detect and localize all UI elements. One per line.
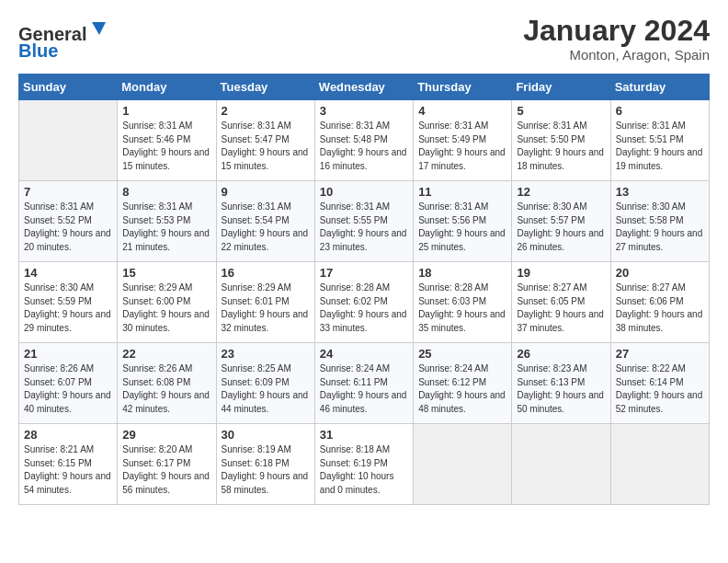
day-info: Sunrise: 8:31 AMSunset: 5:46 PMDaylight:… <box>122 120 210 173</box>
day-number: 22 <box>122 347 210 361</box>
logo-text: General Blue <box>18 15 138 64</box>
day-number: 8 <box>122 185 210 199</box>
calendar-cell: 6Sunrise: 8:31 AMSunset: 5:51 PMDaylight… <box>610 100 709 181</box>
day-number: 17 <box>320 266 408 280</box>
day-info: Sunrise: 8:22 AMSunset: 6:14 PMDaylight:… <box>616 362 704 416</box>
day-info: Sunrise: 8:27 AMSunset: 6:06 PMDaylight:… <box>616 282 704 335</box>
day-info: Sunrise: 8:24 AMSunset: 6:11 PMDaylight:… <box>320 362 408 416</box>
calendar-week-row: 7Sunrise: 8:31 AMSunset: 5:52 PMDaylight… <box>19 181 710 262</box>
calendar-cell: 21Sunrise: 8:26 AMSunset: 6:07 PMDayligh… <box>19 343 118 424</box>
day-number: 18 <box>418 266 506 280</box>
day-info: Sunrise: 8:31 AMSunset: 5:54 PMDaylight:… <box>222 201 310 254</box>
logo: General Blue <box>18 15 138 64</box>
day-number: 23 <box>222 347 310 361</box>
day-number: 15 <box>122 266 210 280</box>
calendar-week-row: 1Sunrise: 8:31 AMSunset: 5:46 PMDaylight… <box>19 100 710 181</box>
calendar-cell: 13Sunrise: 8:30 AMSunset: 5:58 PMDayligh… <box>610 181 709 262</box>
calendar-cell: 1Sunrise: 8:31 AMSunset: 5:46 PMDaylight… <box>118 100 216 181</box>
day-number: 4 <box>418 104 506 118</box>
day-info: Sunrise: 8:30 AMSunset: 5:58 PMDaylight:… <box>616 201 704 254</box>
day-number: 12 <box>517 185 605 199</box>
day-info: Sunrise: 8:21 AMSunset: 6:15 PMDaylight:… <box>24 443 112 497</box>
day-number: 9 <box>222 185 310 199</box>
calendar-week-row: 21Sunrise: 8:26 AMSunset: 6:07 PMDayligh… <box>19 343 710 424</box>
day-info: Sunrise: 8:28 AMSunset: 6:02 PMDaylight:… <box>320 282 408 335</box>
calendar-cell: 23Sunrise: 8:25 AMSunset: 6:09 PMDayligh… <box>216 343 314 424</box>
calendar-subtitle: Monton, Aragon, Spain <box>523 47 710 63</box>
calendar-cell: 29Sunrise: 8:20 AMSunset: 6:17 PMDayligh… <box>118 424 216 505</box>
calendar-cell: 14Sunrise: 8:30 AMSunset: 5:59 PMDayligh… <box>19 262 118 343</box>
day-info: Sunrise: 8:23 AMSunset: 6:13 PMDaylight:… <box>517 362 605 416</box>
day-number: 28 <box>24 428 112 442</box>
calendar-cell: 16Sunrise: 8:29 AMSunset: 6:01 PMDayligh… <box>216 262 314 343</box>
calendar-cell: 27Sunrise: 8:22 AMSunset: 6:14 PMDayligh… <box>610 343 709 424</box>
calendar-cell: 5Sunrise: 8:31 AMSunset: 5:50 PMDaylight… <box>512 100 610 181</box>
calendar-cell: 20Sunrise: 8:27 AMSunset: 6:06 PMDayligh… <box>610 262 709 343</box>
svg-text:Blue: Blue <box>18 40 58 61</box>
day-info: Sunrise: 8:31 AMSunset: 5:49 PMDaylight:… <box>418 120 506 173</box>
day-number: 1 <box>122 104 210 118</box>
weekday-header-friday: Friday <box>512 75 610 100</box>
calendar-table: SundayMondayTuesdayWednesdayThursdayFrid… <box>18 74 710 505</box>
calendar-cell: 7Sunrise: 8:31 AMSunset: 5:52 PMDaylight… <box>19 181 118 262</box>
day-number: 5 <box>517 104 605 118</box>
day-info: Sunrise: 8:31 AMSunset: 5:47 PMDaylight:… <box>222 120 310 173</box>
day-number: 21 <box>24 347 112 361</box>
day-number: 6 <box>616 104 704 118</box>
day-info: Sunrise: 8:26 AMSunset: 6:08 PMDaylight:… <box>122 362 210 416</box>
weekday-header-wednesday: Wednesday <box>314 75 413 100</box>
weekday-header-thursday: Thursday <box>414 75 512 100</box>
day-info: Sunrise: 8:18 AMSunset: 6:19 PMDaylight:… <box>320 443 408 497</box>
calendar-cell: 19Sunrise: 8:27 AMSunset: 6:05 PMDayligh… <box>512 262 610 343</box>
calendar-cell <box>19 100 118 181</box>
day-number: 14 <box>24 266 112 280</box>
calendar-cell <box>512 424 610 505</box>
day-info: Sunrise: 8:28 AMSunset: 6:03 PMDaylight:… <box>418 282 506 335</box>
calendar-cell: 31Sunrise: 8:18 AMSunset: 6:19 PMDayligh… <box>314 424 413 505</box>
calendar-cell: 8Sunrise: 8:31 AMSunset: 5:53 PMDaylight… <box>118 181 216 262</box>
day-number: 10 <box>320 185 408 199</box>
weekday-header-tuesday: Tuesday <box>216 75 314 100</box>
day-info: Sunrise: 8:31 AMSunset: 5:55 PMDaylight:… <box>320 201 408 254</box>
calendar-cell: 18Sunrise: 8:28 AMSunset: 6:03 PMDayligh… <box>414 262 512 343</box>
calendar-cell: 17Sunrise: 8:28 AMSunset: 6:02 PMDayligh… <box>314 262 413 343</box>
day-number: 29 <box>122 428 210 442</box>
day-info: Sunrise: 8:20 AMSunset: 6:17 PMDaylight:… <box>122 443 210 497</box>
day-info: Sunrise: 8:29 AMSunset: 6:00 PMDaylight:… <box>122 282 210 335</box>
day-info: Sunrise: 8:31 AMSunset: 5:48 PMDaylight:… <box>320 120 408 173</box>
day-number: 24 <box>320 347 408 361</box>
day-number: 11 <box>418 185 506 199</box>
day-number: 13 <box>616 185 704 199</box>
day-info: Sunrise: 8:31 AMSunset: 5:52 PMDaylight:… <box>24 201 112 254</box>
weekday-header-row: SundayMondayTuesdayWednesdayThursdayFrid… <box>19 75 710 100</box>
day-info: Sunrise: 8:30 AMSunset: 5:59 PMDaylight:… <box>24 282 112 335</box>
weekday-header-sunday: Sunday <box>19 75 118 100</box>
calendar-cell: 3Sunrise: 8:31 AMSunset: 5:48 PMDaylight… <box>314 100 413 181</box>
calendar-cell: 10Sunrise: 8:31 AMSunset: 5:55 PMDayligh… <box>314 181 413 262</box>
calendar-cell: 4Sunrise: 8:31 AMSunset: 5:49 PMDaylight… <box>414 100 512 181</box>
weekday-header-monday: Monday <box>118 75 216 100</box>
day-info: Sunrise: 8:31 AMSunset: 5:50 PMDaylight:… <box>517 120 605 173</box>
weekday-header-saturday: Saturday <box>610 75 709 100</box>
calendar-cell: 2Sunrise: 8:31 AMSunset: 5:47 PMDaylight… <box>216 100 314 181</box>
calendar-cell <box>610 424 709 505</box>
day-number: 16 <box>222 266 310 280</box>
day-number: 20 <box>616 266 704 280</box>
title-block: January 2024 Monton, Aragon, Spain <box>523 15 710 63</box>
day-info: Sunrise: 8:24 AMSunset: 6:12 PMDaylight:… <box>418 362 506 416</box>
calendar-cell: 24Sunrise: 8:24 AMSunset: 6:11 PMDayligh… <box>314 343 413 424</box>
calendar-week-row: 14Sunrise: 8:30 AMSunset: 5:59 PMDayligh… <box>19 262 710 343</box>
day-number: 19 <box>517 266 605 280</box>
calendar-cell: 12Sunrise: 8:30 AMSunset: 5:57 PMDayligh… <box>512 181 610 262</box>
day-number: 25 <box>418 347 506 361</box>
calendar-cell <box>414 424 512 505</box>
calendar-cell: 9Sunrise: 8:31 AMSunset: 5:54 PMDaylight… <box>216 181 314 262</box>
day-number: 7 <box>24 185 112 199</box>
day-number: 30 <box>222 428 310 442</box>
day-number: 2 <box>222 104 310 118</box>
day-info: Sunrise: 8:26 AMSunset: 6:07 PMDaylight:… <box>24 362 112 416</box>
calendar-cell: 15Sunrise: 8:29 AMSunset: 6:00 PMDayligh… <box>118 262 216 343</box>
calendar-cell: 30Sunrise: 8:19 AMSunset: 6:18 PMDayligh… <box>216 424 314 505</box>
day-info: Sunrise: 8:30 AMSunset: 5:57 PMDaylight:… <box>517 201 605 254</box>
calendar-cell: 25Sunrise: 8:24 AMSunset: 6:12 PMDayligh… <box>414 343 512 424</box>
